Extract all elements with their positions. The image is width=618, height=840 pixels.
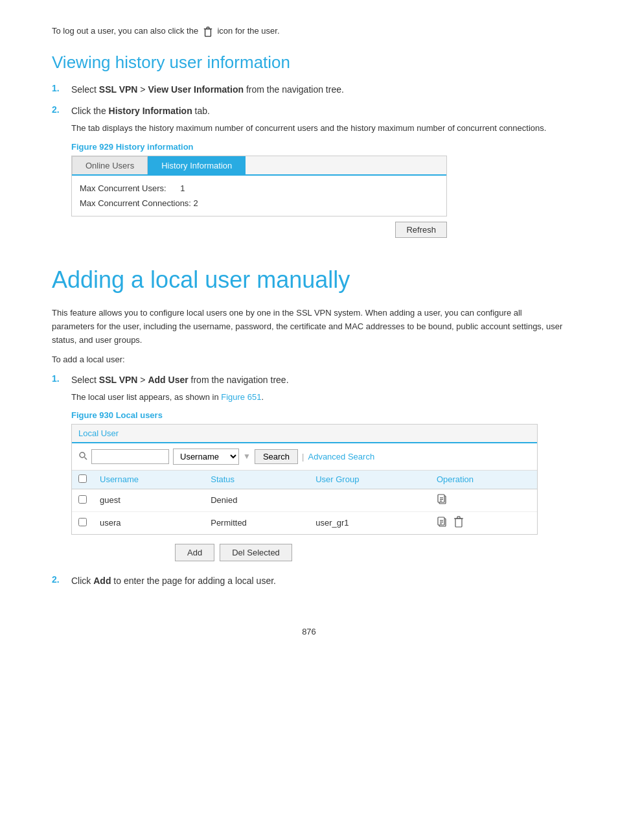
section1-note: The tab displays the history maximum num…	[71, 122, 566, 135]
section2-body1: This feature allows you to configure loc…	[52, 307, 566, 347]
col-status: Status	[204, 471, 309, 489]
row1-checkbox[interactable]	[78, 495, 87, 504]
refresh-button[interactable]: Refresh	[395, 222, 447, 238]
section2-step1: 1. Select SSL VPN > Add User from the na…	[52, 373, 566, 561]
section1-steps: 1. Select SSL VPN > View User Informatio…	[52, 83, 566, 135]
col-usergroup: User Group	[309, 471, 430, 489]
local-user-box: Local User Username Status User Group	[71, 424, 538, 535]
figure651-link[interactable]: Figure 651	[221, 392, 261, 402]
search-icon	[78, 451, 87, 462]
row2-checkbox[interactable]	[78, 518, 87, 526]
figure930-label: Figure 930 Local users	[71, 410, 566, 420]
section1-step2: 2. Click the History Information tab. Th…	[52, 104, 566, 135]
row1-edit-icon[interactable]	[437, 496, 448, 507]
col-username: Username	[93, 471, 204, 489]
row1-username: guest	[93, 489, 204, 511]
user-table: Username Status User Group Operation gue…	[72, 471, 537, 534]
history-content: Max Concurrent Users: 1 Max Concurrent C…	[72, 176, 446, 216]
trash-icon-inline	[203, 27, 213, 37]
del-selected-button[interactable]: Del Selected	[220, 544, 292, 561]
row2-status: Permitted	[204, 511, 309, 534]
section2-title: Adding a local user manually	[52, 266, 566, 294]
row1-ops	[430, 489, 537, 511]
svg-line-6	[85, 457, 87, 460]
figure929-label: Figure 929 History information	[71, 142, 566, 152]
row2-delete-icon[interactable]	[453, 519, 464, 530]
search-divider: |	[302, 452, 304, 461]
table-row: usera Permitted user_gr1	[72, 511, 537, 534]
section2-steps: 1. Select SSL VPN > Add User from the na…	[52, 373, 566, 588]
row1-status: Denied	[204, 489, 309, 511]
history-box: Online Users History Information Max Con…	[71, 156, 447, 216]
col-checkbox	[72, 471, 93, 489]
row2-checkbox-cell	[72, 511, 93, 534]
section2-step2: 2. Click Add to enter the page for addin…	[52, 574, 566, 588]
advanced-search-link[interactable]: Advanced Search	[308, 452, 374, 461]
table-row: guest Denied	[72, 489, 537, 511]
section1-step1: 1. Select SSL VPN > View User Informatio…	[52, 83, 566, 97]
local-user-header: Local User	[72, 425, 537, 443]
row1-usergroup	[309, 489, 430, 511]
history-row-users: Max Concurrent Users: 1	[80, 181, 439, 196]
select-all-checkbox[interactable]	[78, 474, 87, 483]
row2-ops	[430, 511, 537, 534]
section2-body2: To add a local user:	[52, 353, 566, 367]
row2-username: usera	[93, 511, 204, 534]
action-row: Add Del Selected	[175, 544, 566, 561]
page-number: 876	[52, 627, 566, 636]
tab-history-info[interactable]: History Information	[148, 156, 246, 174]
add-button[interactable]: Add	[175, 544, 214, 561]
history-row-connections: Max Concurrent Connections: 2	[80, 196, 439, 211]
row2-usergroup: user_gr1	[309, 511, 430, 534]
svg-rect-17	[455, 519, 462, 527]
username-dropdown[interactable]: Username Status User Group	[173, 449, 239, 465]
section2-step1-note: The local user list appears, as shown in…	[71, 391, 566, 404]
col-operation: Operation	[430, 471, 537, 489]
search-bar: Username Status User Group ▼ Search | Ad…	[72, 443, 537, 471]
intro-line: To log out a user, you can also click th…	[52, 26, 566, 37]
tabs-row: Online Users History Information	[72, 156, 446, 176]
svg-rect-0	[205, 29, 211, 36]
tab-online-users[interactable]: Online Users	[72, 156, 148, 174]
refresh-row: Refresh	[71, 216, 447, 240]
row2-edit-icon[interactable]	[437, 519, 451, 530]
search-input[interactable]	[91, 449, 169, 464]
svg-point-5	[80, 452, 85, 458]
section1-title: Viewing history user information	[52, 52, 566, 73]
table-header-row: Username Status User Group Operation	[72, 471, 537, 489]
search-button[interactable]: Search	[255, 449, 298, 464]
row1-checkbox-cell	[72, 489, 93, 511]
